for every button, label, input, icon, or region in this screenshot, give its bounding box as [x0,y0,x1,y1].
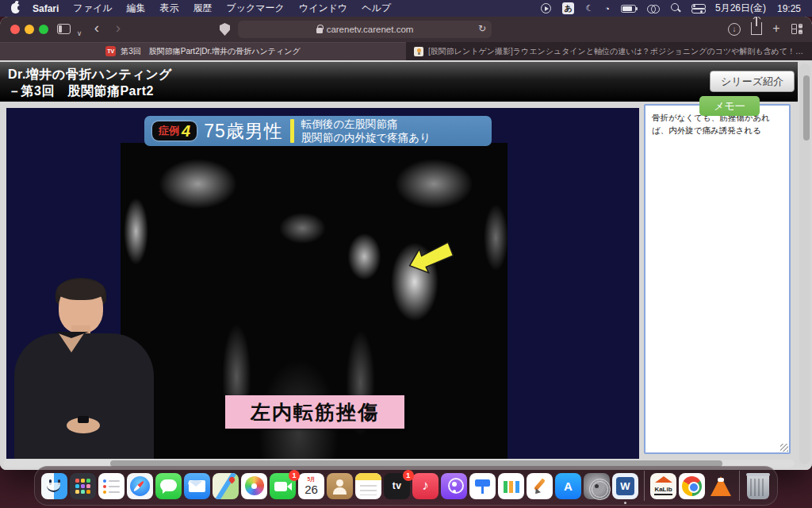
memo-list-button[interactable]: メモ一 [699,96,760,116]
doctor-hairline [57,279,105,300]
focus-moon-icon[interactable]: ☾ [585,3,593,14]
dock-settings-icon[interactable] [584,473,610,499]
menu-bookmarks[interactable]: ブックマーク [226,2,284,15]
tab-current-video[interactable]: TV 第3回 股関節痛Part2|Dr.増井の骨折ハンティング [0,42,406,60]
dock-trash-icon[interactable] [747,473,769,499]
menubar-time: 19:25 [777,3,801,14]
calendar-day: 26 [304,483,318,496]
zoom-window-button[interactable] [39,25,48,34]
dock-notes-icon[interactable] [355,473,381,499]
dock-kalib-icon[interactable]: KaLib [650,473,676,499]
menubar-status-area: あ ☾ ◔ 5月26日(金) 19:25 [541,2,801,15]
dock-separator [739,471,740,501]
menu-help[interactable]: ヘルプ [362,2,391,15]
page-title-line2: －第3回 股関節痛Part2 [8,83,798,99]
case-banner: 症例 4 75歳男性 転倒後の左股関節痛 股関節の内外旋で疼痛あり [144,116,492,146]
page-title-line1: Dr.増井の骨折ハンティング [8,66,798,83]
dock-podcasts-icon[interactable] [441,473,467,499]
dock-reminders-icon[interactable] [98,473,124,499]
patient-info: 75歳男性 [204,119,283,144]
dock-maps-icon[interactable] [213,473,239,499]
dock-appletv-icon[interactable]: tv 1 [384,473,410,499]
menu-history[interactable]: 履歴 [193,2,212,15]
case-number-badge: 症例 4 [152,121,197,140]
dock-messages-icon[interactable] [155,473,182,499]
minimize-window-button[interactable] [25,25,34,34]
dock-pages-icon[interactable] [527,473,553,499]
diagnosis-label: 左内転筋挫傷 [225,395,404,429]
back-button[interactable]: ‹ [91,20,102,36]
dock-launchpad-icon[interactable] [70,473,96,499]
tab-title: [股関節レントゲン撮影]ラウエンシュタインと軸位の違いは？ポジショニングのコツや… [428,46,804,57]
complaint-line1: 転倒後の左股関節痛 [301,117,431,131]
universal-control-icon[interactable] [647,5,660,13]
series-info-button[interactable]: シリーズ紹介 [710,71,795,92]
sidebar-toggle-icon[interactable] [57,24,71,34]
time-machine-icon[interactable]: ◔ [604,3,610,14]
menu-app-safari[interactable]: Safari [33,3,59,14]
new-tab-button[interactable]: + [771,21,782,37]
url-text: carenetv.carenet.com [327,25,414,34]
battery-icon[interactable] [621,5,636,13]
music-note-glyph: ♪ [422,478,429,494]
menu-edit[interactable]: 編集 [126,2,145,15]
menubar-date[interactable]: 5月26日(金) [715,2,766,15]
carenetv-favicon: TV [105,46,116,56]
apple-logo-icon[interactable] [11,3,20,13]
dock-appstore-icon[interactable]: A [555,473,581,499]
share-icon[interactable] [751,22,762,35]
banner-divider [290,119,294,143]
memo-text: 骨折がなくても、筋挫傷があれば、内外旋で痛み誘発される [652,113,770,135]
privacy-shield-icon[interactable] [220,23,230,36]
vertical-scrollbar-thumb[interactable] [803,75,810,140]
screen-mirroring-icon[interactable] [541,3,551,13]
dock-keynote-icon[interactable] [469,473,496,499]
presenter-doctor [8,281,163,459]
dock-mail-icon[interactable] [184,473,210,499]
close-window-button[interactable] [10,25,20,34]
complaint-line2: 股関節の内外旋で疼痛あり [301,131,431,144]
input-source-icon[interactable]: あ [562,2,574,14]
dock-music-icon[interactable]: ♪ [412,473,439,499]
presenter-remote [78,416,89,423]
lock-icon [316,28,323,33]
dock-safari-icon[interactable] [127,473,153,499]
dock-calendar-icon[interactable]: 5月 26 [298,473,324,499]
dock-word-icon[interactable]: W [612,473,638,499]
dock-facetime-icon[interactable]: 1 [270,473,296,499]
menu-view[interactable]: 表示 [159,2,178,15]
spotlight-search-icon[interactable] [671,3,680,13]
case-number: 4 [182,123,190,139]
resize-handle[interactable] [780,444,788,452]
dock-photos-icon[interactable] [241,473,267,499]
chevron-down-icon[interactable]: ∨ [75,25,83,41]
reload-icon[interactable]: ↻ [478,23,486,34]
dock-numbers-icon[interactable] [498,473,524,499]
dock-separator [644,471,645,501]
kalib-label: KaLib [654,485,672,495]
browser-toolbar: ∨ ‹ › carenetv.carenet.com ↻ ↓ + [0,17,812,42]
address-bar[interactable]: carenetv.carenet.com ↻ [238,21,492,38]
word-letter: W [620,480,630,492]
menu-bar: Safari ファイル 編集 表示 履歴 ブックマーク ウインドウ ヘルプ あ … [0,0,812,17]
article-favicon [414,47,423,56]
tab-overview-icon[interactable] [791,24,802,34]
dock-contacts-icon[interactable] [327,473,353,499]
safari-window: ∨ ‹ › carenetv.carenet.com ↻ ↓ + TV 第3回 … [0,17,812,470]
control-center-icon[interactable] [691,4,704,13]
menu-file[interactable]: ファイル [73,2,112,15]
page-header: Dr.増井の骨折ハンティング －第3回 股関節痛Part2 [0,62,798,102]
downloads-button[interactable]: ↓ [728,23,741,36]
dock-vlc-icon[interactable] [707,473,733,499]
tab-background-article[interactable]: [股関節レントゲン撮影]ラウエンシュタインと軸位の違いは？ポジショニングのコツや… [406,42,812,60]
video-player[interactable]: 症例 4 75歳男性 転倒後の左股関節痛 股関節の内外旋で疼痛あり 左内転筋挫傷 [6,108,639,459]
appletv-label: tv [393,480,402,491]
appstore-letter: A [564,479,573,493]
menu-window[interactable]: ウインドウ [299,2,347,15]
case-label: 症例 [159,124,179,138]
dock-finder-icon[interactable] [41,473,67,499]
appletv-badge: 1 [403,470,414,481]
memo-textarea[interactable]: 骨折がなくても、筋挫傷があれば、内外旋で痛み誘発される [644,104,791,454]
forward-button[interactable]: › [113,20,124,36]
dock-chrome-icon[interactable] [679,473,705,499]
